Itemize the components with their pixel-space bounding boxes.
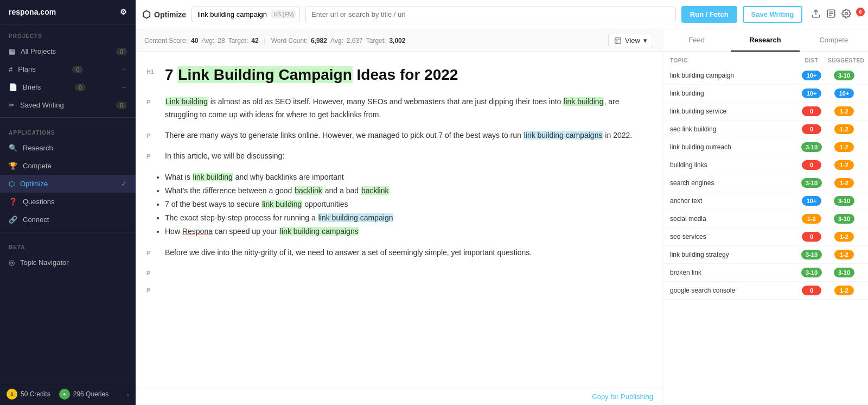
highlight-link-building-campaigns-1: link building campaigns [524, 131, 603, 140]
item-count: 0 [72, 66, 83, 73]
optimize-icon: ⬡ [9, 180, 15, 188]
editor-content[interactable]: H1 7 Link Building Campaign Ideas for 20… [136, 52, 662, 388]
sidebar-bottom: $ 50 Credits ● 296 Queries › [0, 383, 136, 405]
table-row[interactable]: seo link building 0 1-2 [662, 121, 868, 138]
list-item-4: The exact step-by-step process for runni… [165, 211, 644, 225]
highlight-link-building-campaigns-2: link building campaigns [279, 227, 359, 236]
search-icon: 🔍 [9, 144, 17, 152]
tab-feed[interactable]: Feed [662, 29, 731, 52]
p-text-3: In this article, we will be discussing: [165, 150, 284, 163]
export-icon[interactable] [811, 9, 821, 21]
table-row[interactable]: building links 0 1-2 [662, 156, 868, 174]
credits-label: 50 Credits [21, 390, 50, 398]
sidebar-item-briefs[interactable]: 📄 Briefs 0 → [0, 78, 136, 96]
sidebar-item-connect[interactable]: 🔗 Connect [0, 211, 136, 229]
highlight-link-building-campaign-2: link building campaign [318, 213, 394, 222]
queries-label: 296 Queries [73, 390, 108, 398]
hash-icon: # [9, 65, 12, 73]
suggested-badge: 3-10 [828, 71, 860, 80]
dist-badge: 0 [795, 124, 828, 134]
bullet-list: What is link building and why backlinks … [165, 170, 644, 239]
search-input[interactable] [197, 10, 268, 18]
right-panel-tabs: Feed Research Compete [662, 29, 868, 52]
table-row[interactable]: seo services 0 1-2 [662, 228, 868, 246]
settings-icon[interactable] [841, 9, 851, 21]
table-row[interactable]: broken link 3-10 3-10 [662, 264, 868, 282]
save-writing-button[interactable]: Save Writing [743, 6, 803, 23]
run-fetch-button[interactable]: Run / Fetch [681, 6, 737, 23]
p-label-6: P [146, 287, 159, 294]
dist-badge: 3-10 [795, 268, 828, 277]
sidebar-item-questions[interactable]: ❓ Questions [0, 193, 136, 211]
logo-text: respona.com [9, 8, 56, 16]
highlight-link-building-campaign: Link Building Campaign [177, 66, 352, 83]
topbar-search-box[interactable]: US (EN) [192, 7, 300, 22]
topic-label: broken link [670, 269, 795, 276]
table-row[interactable]: link building outreach 3-10 1-2 [662, 138, 868, 156]
sidebar-item-plans[interactable]: # Plans 0 → [0, 60, 136, 78]
suggested-badge: 3-10 [828, 196, 860, 206]
word-count-value: 6,982 [311, 37, 327, 45]
stats-bar: Content Score: 40 Avg: 28 Target: 42 | W… [136, 29, 662, 52]
credits-block: $ 50 Credits [7, 389, 50, 400]
list-item-1: What is link building and why backlinks … [165, 170, 644, 184]
topbar: ⬡ Optimize US (EN) Run / Fetch Save Writ… [136, 0, 868, 29]
view-button[interactable]: View ▾ [608, 34, 653, 47]
queries-block: ● 296 Queries [59, 389, 108, 400]
topbar-brand-label: Optimize [154, 10, 186, 19]
content-score-label: Content Score: [144, 37, 188, 45]
settings-icon[interactable]: ⚙ [120, 8, 127, 16]
suggested-badge: 3-10 [828, 268, 860, 277]
dist-badge: 0 [795, 106, 828, 116]
target-icon: ◎ [9, 258, 15, 267]
projects-section-label: PROJECTS [0, 24, 136, 42]
p-block-1: P Link building is almost as old as SEO … [146, 96, 644, 122]
dist-badge: 3-10 [795, 250, 828, 260]
respona-link: Respona [182, 227, 213, 236]
tab-compete[interactable]: Compete [800, 29, 868, 52]
chevron-down-icon: ▾ [643, 36, 647, 45]
sidebar-item-label: Saved Writing [20, 101, 64, 109]
topic-label: seo services [670, 233, 795, 241]
col-topic-header: TOPIC [670, 58, 795, 64]
highlight-link-building-3: link building [193, 173, 233, 181]
table-row[interactable]: link building strategy 3-10 1-2 [662, 246, 868, 264]
col-suggested-header: SUGGESTED [828, 58, 860, 64]
table-row[interactable]: link building service 0 1-2 [662, 103, 868, 121]
sidebar-item-saved-writing[interactable]: ✏ Saved Writing 0 [0, 96, 136, 114]
list-item-2: What's the difference between a good bac… [165, 184, 644, 198]
p-block-5: P [146, 267, 644, 276]
expand-icon[interactable]: › [127, 390, 129, 398]
topic-label: link building strategy [670, 251, 795, 258]
topic-label: building links [670, 161, 795, 169]
p-text-1: Link building is almost as old as SEO it… [165, 96, 644, 122]
help-icon[interactable]: ? 6 [857, 10, 861, 20]
suggested-badge: 1-2 [828, 286, 860, 295]
table-row[interactable]: link building 10+ 10+ [662, 85, 868, 103]
p-label-5: P [146, 270, 159, 276]
content-area: Content Score: 40 Avg: 28 Target: 42 | W… [136, 29, 868, 405]
arrow-icon: → [120, 65, 127, 73]
highlight-link-building-4: link building [261, 200, 302, 208]
sidebar-item-research[interactable]: 🔍 Research [0, 139, 136, 157]
url-input[interactable] [305, 7, 676, 22]
sidebar-item-all-projects[interactable]: ▦ All Projects 0 [0, 42, 136, 60]
table-row[interactable]: google search console 0 1-2 [662, 282, 868, 300]
copy-for-publishing-button[interactable]: Copy for Publishing [592, 393, 653, 401]
credits-icon: $ [7, 389, 17, 400]
document-icon[interactable] [826, 9, 836, 21]
list-item-3: 7 of the best ways to secure link buildi… [165, 198, 644, 211]
table-row[interactable]: link building campaign 10+ 3-10 [662, 67, 868, 85]
topic-label: link building outreach [670, 143, 795, 151]
sidebar-item-topic-navigator[interactable]: ◎ Topic Navigator [0, 254, 136, 271]
table-row[interactable]: search engines 3-10 1-2 [662, 174, 868, 192]
p-label-1: P [146, 99, 159, 105]
tab-research[interactable]: Research [731, 29, 799, 52]
sidebar-item-compete[interactable]: 🏆 Compete [0, 157, 136, 175]
dist-badge: 3-10 [795, 178, 828, 188]
table-row[interactable]: social media 1-2 3-10 [662, 210, 868, 228]
table-row[interactable]: anchor text 10+ 3-10 [662, 192, 868, 210]
sidebar-item-optimize[interactable]: ⬡ Optimize ✓ [0, 175, 136, 193]
sidebar-item-label: Research [23, 144, 53, 152]
col-dist-header: DIST [795, 58, 828, 64]
